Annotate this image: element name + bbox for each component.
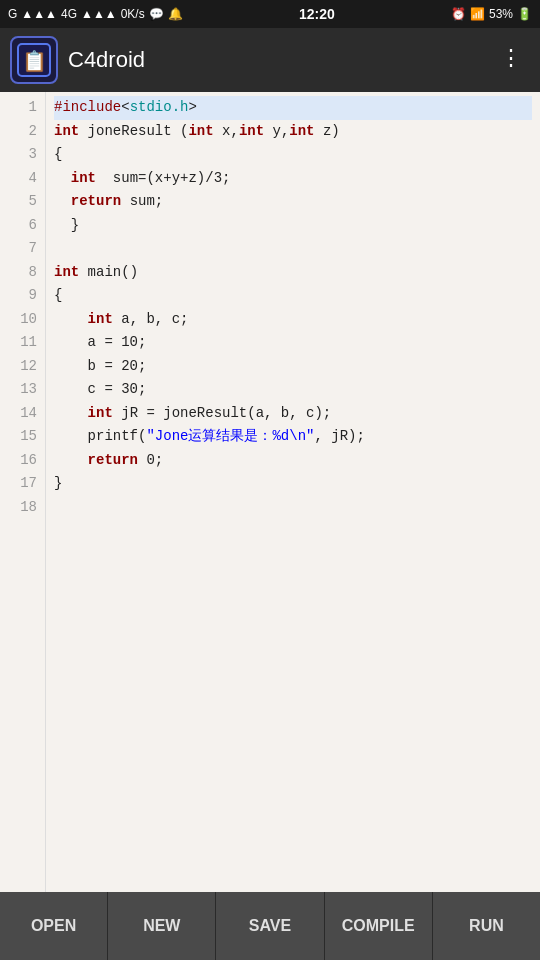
alarm-icon: ⏰ (451, 7, 466, 21)
status-left: G ▲▲▲ 4G ▲▲▲ 0K/s 💬 🔔 (8, 7, 183, 21)
line-num-9: 9 (0, 284, 45, 308)
app-icon: 📋 (10, 36, 58, 84)
signal-bars: ▲▲▲ (21, 7, 57, 21)
code-line-15: printf("Jone运算结果是：%d\n", jR); (54, 425, 532, 449)
toolbar: 📋 C4droid ⋮ (0, 28, 540, 92)
signal-bars-2: ▲▲▲ (81, 7, 117, 21)
save-button[interactable]: SAVE (216, 892, 324, 960)
line-num-15: 15 (0, 425, 45, 449)
run-button[interactable]: RUN (433, 892, 540, 960)
battery-text: 53% (489, 7, 513, 21)
network-type: 4G (61, 7, 77, 21)
line-num-13: 13 (0, 378, 45, 402)
editor-area[interactable]: 1 2 3 4 5 6 7 8 9 10 11 12 13 14 15 16 1… (0, 92, 540, 892)
code-line-1: #include<stdio.h> (54, 96, 532, 120)
line-num-12: 12 (0, 355, 45, 379)
code-line-3: { (54, 143, 532, 167)
code-line-7 (54, 237, 532, 261)
compile-button[interactable]: COMPILE (325, 892, 433, 960)
code-line-17: } (54, 472, 532, 496)
network-speed: 0K/s (121, 7, 145, 21)
app-title: C4droid (68, 47, 482, 73)
new-button[interactable]: NEW (108, 892, 216, 960)
line-num-18: 18 (0, 496, 45, 520)
line-num-5: 5 (0, 190, 45, 214)
line-num-6: 6 (0, 214, 45, 238)
code-line-9: { (54, 284, 532, 308)
line-numbers: 1 2 3 4 5 6 7 8 9 10 11 12 13 14 15 16 1… (0, 92, 46, 892)
status-right: ⏰ 📶 53% 🔋 (451, 7, 532, 21)
status-time: 12:20 (299, 6, 335, 22)
line-num-3: 3 (0, 143, 45, 167)
line-num-14: 14 (0, 402, 45, 426)
line-num-4: 4 (0, 167, 45, 191)
line-num-16: 16 (0, 449, 45, 473)
wifi-icon: 📶 (470, 7, 485, 21)
code-line-5: return sum; (54, 190, 532, 214)
battery-icon: 🔋 (517, 7, 532, 21)
svg-text:📋: 📋 (22, 49, 47, 73)
line-num-1: 1 (0, 96, 45, 120)
code-line-13: c = 30; (54, 378, 532, 402)
line-num-11: 11 (0, 331, 45, 355)
signal-icon: G (8, 7, 17, 21)
code-line-10: int a, b, c; (54, 308, 532, 332)
line-num-17: 17 (0, 472, 45, 496)
code-line-2: int joneResult (int x,int y,int z) (54, 120, 532, 144)
code-line-18 (54, 496, 532, 520)
code-line-8: int main() (54, 261, 532, 285)
open-button[interactable]: OPEN (0, 892, 108, 960)
code-content[interactable]: #include<stdio.h> int joneResult (int x,… (46, 92, 540, 892)
line-num-2: 2 (0, 120, 45, 144)
code-line-16: return 0; (54, 449, 532, 473)
wechat-icon: 💬 (149, 7, 164, 21)
line-num-10: 10 (0, 308, 45, 332)
notification-icon: 🔔 (168, 7, 183, 21)
overflow-menu-button[interactable]: ⋮ (492, 45, 530, 75)
code-line-14: int jR = joneResult(a, b, c); (54, 402, 532, 426)
code-line-12: b = 20; (54, 355, 532, 379)
bottom-bar: OPEN NEW SAVE COMPILE RUN (0, 892, 540, 960)
line-num-8: 8 (0, 261, 45, 285)
code-line-4: int sum=(x+y+z)/3; (54, 167, 532, 191)
code-line-6: } (54, 214, 532, 238)
code-line-11: a = 10; (54, 331, 532, 355)
status-bar: G ▲▲▲ 4G ▲▲▲ 0K/s 💬 🔔 12:20 ⏰ 📶 53% 🔋 (0, 0, 540, 28)
line-num-7: 7 (0, 237, 45, 261)
